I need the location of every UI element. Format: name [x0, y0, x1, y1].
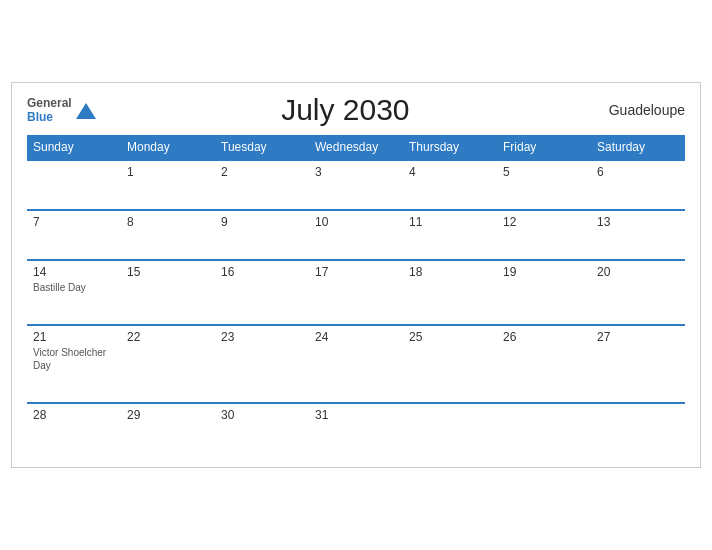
calendar-day-cell: 13 [591, 210, 685, 260]
calendar-table: Sunday Monday Tuesday Wednesday Thursday… [27, 135, 685, 452]
day-number: 19 [503, 265, 585, 279]
calendar-header: General Blue July 2030 Guadeloupe [27, 93, 685, 127]
calendar-day-cell: 8 [121, 210, 215, 260]
calendar-day-cell: 19 [497, 260, 591, 325]
calendar-week-row: 21Victor Shoelcher Day222324252627 [27, 325, 685, 403]
day-number: 1 [127, 165, 209, 179]
calendar-week-row: 78910111213 [27, 210, 685, 260]
calendar-day-cell: 16 [215, 260, 309, 325]
calendar-day-cell: 17 [309, 260, 403, 325]
calendar-day-cell [591, 403, 685, 452]
calendar-week-row: 14Bastille Day151617181920 [27, 260, 685, 325]
calendar-title: July 2030 [96, 93, 595, 127]
day-number: 21 [33, 330, 115, 344]
day-number: 16 [221, 265, 303, 279]
logo: General Blue [27, 96, 96, 125]
calendar-region: Guadeloupe [595, 102, 685, 118]
calendar-day-cell: 18 [403, 260, 497, 325]
day-number: 7 [33, 215, 115, 229]
calendar-day-cell: 3 [309, 160, 403, 210]
day-number: 18 [409, 265, 491, 279]
day-number: 28 [33, 408, 115, 422]
calendar-day-cell: 1 [121, 160, 215, 210]
calendar-day-cell: 6 [591, 160, 685, 210]
day-number: 8 [127, 215, 209, 229]
day-event: Victor Shoelcher Day [33, 346, 115, 372]
header-tuesday: Tuesday [215, 135, 309, 160]
calendar-day-cell: 27 [591, 325, 685, 403]
day-number: 5 [503, 165, 585, 179]
day-number: 12 [503, 215, 585, 229]
calendar-day-cell: 2 [215, 160, 309, 210]
calendar-day-cell: 23 [215, 325, 309, 403]
calendar-day-cell: 30 [215, 403, 309, 452]
calendar-week-row: 123456 [27, 160, 685, 210]
calendar-day-cell [497, 403, 591, 452]
day-number: 4 [409, 165, 491, 179]
header-friday: Friday [497, 135, 591, 160]
day-number: 29 [127, 408, 209, 422]
day-number: 22 [127, 330, 209, 344]
calendar-day-cell: 14Bastille Day [27, 260, 121, 325]
day-number: 6 [597, 165, 679, 179]
calendar-day-cell: 24 [309, 325, 403, 403]
calendar-day-cell: 9 [215, 210, 309, 260]
calendar-day-cell: 31 [309, 403, 403, 452]
header-sunday: Sunday [27, 135, 121, 160]
calendar-day-cell [27, 160, 121, 210]
day-number: 3 [315, 165, 397, 179]
calendar-day-cell: 12 [497, 210, 591, 260]
logo-triangle-icon [76, 103, 96, 119]
day-number: 10 [315, 215, 397, 229]
calendar-day-cell: 10 [309, 210, 403, 260]
weekday-header-row: Sunday Monday Tuesday Wednesday Thursday… [27, 135, 685, 160]
header-wednesday: Wednesday [309, 135, 403, 160]
day-number: 27 [597, 330, 679, 344]
day-event: Bastille Day [33, 281, 115, 294]
calendar: General Blue July 2030 Guadeloupe Sunday… [11, 82, 701, 468]
day-number: 17 [315, 265, 397, 279]
calendar-day-cell: 7 [27, 210, 121, 260]
day-number: 31 [315, 408, 397, 422]
calendar-day-cell: 21Victor Shoelcher Day [27, 325, 121, 403]
day-number: 14 [33, 265, 115, 279]
header-monday: Monday [121, 135, 215, 160]
calendar-day-cell: 26 [497, 325, 591, 403]
day-number: 15 [127, 265, 209, 279]
day-number: 25 [409, 330, 491, 344]
day-number: 9 [221, 215, 303, 229]
day-number: 26 [503, 330, 585, 344]
day-number: 13 [597, 215, 679, 229]
calendar-day-cell: 15 [121, 260, 215, 325]
calendar-day-cell: 29 [121, 403, 215, 452]
day-number: 2 [221, 165, 303, 179]
day-number: 30 [221, 408, 303, 422]
calendar-day-cell: 11 [403, 210, 497, 260]
logo-blue-text: Blue [27, 110, 72, 124]
calendar-day-cell: 4 [403, 160, 497, 210]
calendar-day-cell: 25 [403, 325, 497, 403]
header-thursday: Thursday [403, 135, 497, 160]
day-number: 11 [409, 215, 491, 229]
calendar-day-cell [403, 403, 497, 452]
day-number: 24 [315, 330, 397, 344]
logo-general-text: General [27, 96, 72, 110]
header-saturday: Saturday [591, 135, 685, 160]
calendar-day-cell: 22 [121, 325, 215, 403]
calendar-day-cell: 28 [27, 403, 121, 452]
calendar-day-cell: 5 [497, 160, 591, 210]
calendar-week-row: 28293031 [27, 403, 685, 452]
day-number: 20 [597, 265, 679, 279]
logo-text: General Blue [27, 96, 72, 125]
day-number: 23 [221, 330, 303, 344]
calendar-day-cell: 20 [591, 260, 685, 325]
